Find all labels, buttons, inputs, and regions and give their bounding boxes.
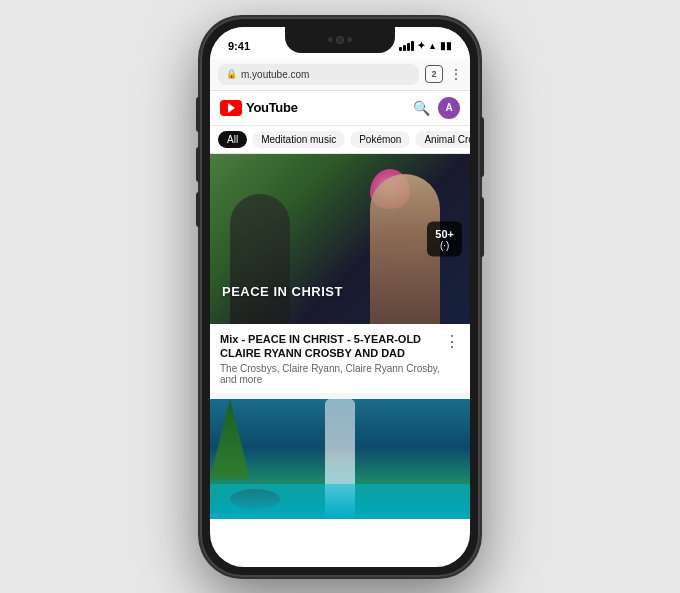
signal-bar-4	[411, 41, 414, 51]
signal-bar-3	[407, 43, 410, 51]
play-triangle-icon	[228, 103, 235, 113]
lock-icon: 🔒	[226, 69, 237, 79]
status-icons: ✦ ▲ ▮▮	[399, 40, 452, 51]
signal-bar-2	[403, 45, 406, 51]
thumbnail-bg-1: PEACE IN CHRIST 50+ (·)	[210, 154, 470, 324]
phone-screen: 9:41 ✦ ▲ ▮▮ 🔒 m.youtube.com 2 ⋮	[210, 27, 470, 567]
signal-icon	[399, 41, 414, 51]
video-title-1: Mix - PEACE IN CHRIST - 5-YEAR-OLD CLAIR…	[220, 332, 444, 361]
video-channel-1: The Crosbys, Claire Ryann, Claire Ryann …	[220, 363, 444, 385]
chip-meditation[interactable]: Meditation music	[252, 131, 345, 148]
youtube-logo[interactable]: YouTube	[220, 100, 298, 116]
notch	[285, 27, 395, 53]
browser-menu-button[interactable]: ⋮	[449, 66, 462, 82]
video-overlay-title: PEACE IN CHRIST	[222, 284, 343, 299]
tab-count[interactable]: 2	[425, 65, 443, 83]
status-time: 9:41	[228, 40, 250, 52]
phone-mockup: 9:41 ✦ ▲ ▮▮ 🔒 m.youtube.com 2 ⋮	[200, 17, 480, 577]
url-bar[interactable]: 🔒 m.youtube.com	[218, 64, 419, 85]
url-text: m.youtube.com	[241, 69, 309, 80]
notch-contents	[328, 36, 352, 44]
youtube-header: YouTube 🔍 A	[210, 91, 470, 126]
signal-bar-1	[399, 47, 402, 51]
youtube-header-icons: 🔍 A	[413, 97, 460, 119]
water-surface-decoration	[210, 484, 470, 519]
video-meta-1: Mix - PEACE IN CHRIST - 5-YEAR-OLD CLAIR…	[220, 332, 444, 386]
youtube-icon	[220, 100, 242, 116]
notch-dot-1	[328, 37, 333, 42]
notch-dot-3	[347, 37, 352, 42]
battery-icon: ▮▮	[440, 40, 452, 51]
youtube-brand-text: YouTube	[246, 100, 298, 115]
playlist-radio-icon: (·)	[435, 239, 454, 250]
wifi-icon: ▲	[428, 41, 437, 51]
chip-pokemon[interactable]: Pokémon	[350, 131, 410, 148]
tree-decoration	[210, 399, 250, 479]
camera-dot	[336, 36, 344, 44]
playlist-count: 50+	[435, 227, 454, 239]
browser-bar: 🔒 m.youtube.com 2 ⋮	[210, 59, 470, 91]
video-info-1: Mix - PEACE IN CHRIST - 5-YEAR-OLD CLAIR…	[210, 324, 470, 400]
chip-animal-cross[interactable]: Animal Cross	[415, 131, 470, 148]
search-icon[interactable]: 🔍	[413, 100, 430, 116]
playlist-badge: 50+ (·)	[427, 221, 462, 256]
video-thumbnail-2[interactable]	[210, 399, 470, 519]
video-more-button-1[interactable]: ⋮	[444, 332, 460, 351]
video-thumbnail-1[interactable]: PEACE IN CHRIST 50+ (·)	[210, 154, 470, 324]
thumbnail-bg-2	[210, 399, 470, 519]
user-avatar[interactable]: A	[438, 97, 460, 119]
dark-person-silhouette	[230, 194, 290, 324]
bluetooth-icon: ✦	[417, 40, 425, 51]
category-chips-bar: All Meditation music Pokémon Animal Cros…	[210, 126, 470, 154]
chip-all[interactable]: All	[218, 131, 247, 148]
video-feed: PEACE IN CHRIST 50+ (·) Mix - PEACE IN C…	[210, 154, 470, 520]
